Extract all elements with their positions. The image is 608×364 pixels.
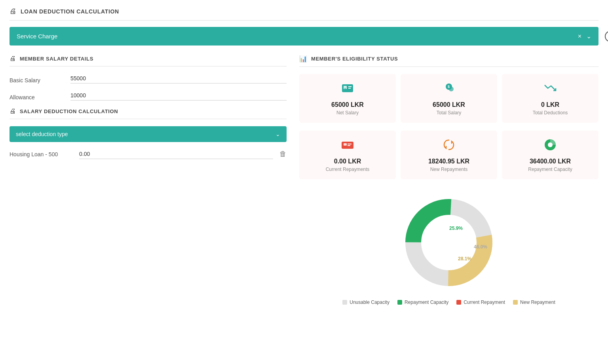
total-salary-icon: $ [405,81,492,98]
legend-new-dot [513,300,518,305]
deduction-section-title: SALARY DEDUCTION CALCULATION [20,108,118,114]
total-salary-card: $ 65000 LKR Total Salary [401,74,497,123]
delete-deduction-icon[interactable]: 🗑 [279,150,287,158]
legend-new-repayment: New Repayment [513,300,555,305]
chart-container: 25.9% 28.1% 46.0% Unusable Capacity Repa… [299,187,598,305]
page-wrapper: 🖨 LOAN DEDUCTION CALCULATION Service Cha… [0,0,608,312]
repayment-capacity-label: Repayment Capacity [507,167,594,172]
net-salary-amount: 65000 LKR [304,101,391,108]
deduction-section-header: 🖨 SALARY DEDUCTION CALCULATION [10,108,287,119]
deduction-type-dropdown[interactable]: select deduction type ⌄ [10,126,287,142]
service-charge-label: Service Charge [17,33,57,40]
basic-salary-label: Basic Salary [10,77,61,83]
service-charge-close-icon[interactable]: × [578,33,581,40]
new-repayments-card: 18240.95 LKR New Repayments [401,131,497,179]
total-deductions-icon [507,81,594,98]
service-charge-bar: Service Charge × ⌄ [10,27,598,46]
eligibility-cards-row2: 0.00 LKR Current Repayments 18240.95 LKR… [299,131,598,179]
svg-text:$: $ [344,87,346,91]
main-columns: 🖨 MEMBER SALARY DETAILS Basic Salary All… [10,55,598,305]
new-repayments-label: New Repayments [405,167,492,172]
eligibility-section-icon: 📊 [299,55,307,63]
allowance-label: Allowance [10,94,61,100]
total-salary-label: Total Salary [405,110,492,116]
add-button[interactable]: + [605,31,608,42]
eligibility-section-header: 📊 MEMBER'S ELIGIBILITY STATUS [299,55,598,67]
salary-section-header: 🖨 MEMBER SALARY DETAILS [10,55,287,66]
legend-repayment-label: Repayment Capacity [405,300,448,305]
current-repayments-card: 0.00 LKR Current Repayments [299,131,396,179]
legend-repayment-capacity: Repayment Capacity [397,300,448,305]
salary-deduction-section: 🖨 SALARY DEDUCTION CALCULATION select de… [10,108,287,159]
svg-rect-9 [344,143,347,146]
net-salary-icon: $ [304,81,391,98]
housing-loan-input[interactable] [79,149,273,159]
repayment-capacity-card: 36400.00 LKR Repayment Capacity [502,131,598,179]
page-title-icon: 🖨 [10,7,17,15]
chart-legend: Unusable Capacity Repayment Capacity Cur… [342,300,555,305]
svg-text:28.1%: 28.1% [458,256,471,262]
legend-unusable-label: Unusable Capacity [350,300,390,305]
svg-text:46.0%: 46.0% [474,244,487,250]
legend-current-dot [456,300,461,305]
legend-new-label: New Repayment [520,300,555,305]
legend-unusable-dot [342,300,347,305]
eligibility-section-title: MEMBER'S ELIGIBILITY STATUS [311,56,398,62]
net-salary-label: Net Salary [304,110,391,116]
svg-text:$: $ [448,85,450,89]
total-deductions-card: 0 LKR Total Deductions [502,74,598,123]
allowance-input[interactable] [70,91,287,100]
deduction-type-label: select deduction type [16,131,68,137]
right-column: 📊 MEMBER'S ELIGIBILITY STATUS $ [299,55,598,305]
total-deductions-label: Total Deductions [507,110,594,116]
service-charge-actions: × ⌄ [578,32,591,40]
total-salary-amount: 65000 LKR [405,101,492,108]
current-repayments-label: Current Repayments [304,167,391,172]
basic-salary-row: Basic Salary [10,74,287,83]
repayment-capacity-amount: 36400.00 LKR [507,158,594,165]
current-repayments-amount: 0.00 LKR [304,158,391,165]
page-title: LOAN DEDUCTION CALCULATION [21,8,119,15]
housing-loan-row: Housing Loan - 500 🗑 [10,149,287,159]
allowance-row: Allowance [10,91,287,100]
new-repayments-amount: 18240.95 LKR [405,158,492,165]
current-repayments-icon [304,138,391,155]
legend-unusable: Unusable Capacity [342,300,390,305]
new-repayments-icon [405,138,492,155]
housing-loan-name: Housing Loan - 500 [10,151,73,157]
service-charge-chevron-icon[interactable]: ⌄ [586,32,591,40]
svg-point-13 [548,142,553,147]
page-title-row: 🖨 LOAN DEDUCTION CALCULATION [10,7,598,21]
deduction-section-icon: 🖨 [10,108,16,115]
eligibility-cards-row1: $ 65000 LKR Net Salary $ 6 [299,74,598,123]
basic-salary-input[interactable] [70,74,287,83]
left-column: 🖨 MEMBER SALARY DETAILS Basic Salary All… [10,55,287,305]
donut-chart: 25.9% 28.1% 46.0% [397,191,500,294]
total-deductions-amount: 0 LKR [507,101,594,108]
salary-section-icon: 🖨 [10,55,16,62]
legend-current-label: Current Repayment [464,300,505,305]
repayment-capacity-icon [507,138,594,155]
legend-repayment-dot [397,300,402,305]
svg-text:25.9%: 25.9% [449,226,463,231]
net-salary-card: $ 65000 LKR Net Salary [299,74,396,123]
deduction-chevron-icon: ⌄ [276,131,280,137]
salary-section-title: MEMBER SALARY DETAILS [20,56,93,62]
donut-svg: 25.9% 28.1% 46.0% [397,191,500,294]
legend-current-repayment: Current Repayment [456,300,505,305]
